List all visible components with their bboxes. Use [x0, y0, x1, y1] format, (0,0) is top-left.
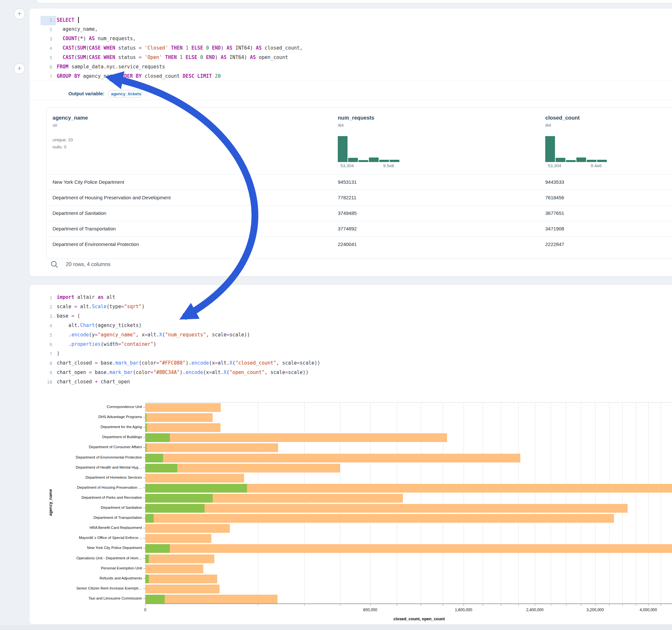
y-axis-tick [143, 558, 145, 559]
notebook-page: { "sql_cell": { "lines": [ {"n":"1","fol… [0, 0, 672, 630]
y-axis-category-label: New York City Police Department [29, 546, 142, 550]
column-header-num_requests[interactable]: num_requests [338, 115, 375, 121]
open-count-bar [145, 575, 149, 583]
x-axis-tick-label: 0 [144, 608, 146, 612]
gridline [535, 403, 535, 604]
gridline [421, 403, 421, 604]
y-axis-tick [143, 588, 145, 589]
sql-line-6[interactable]: 6FROM sample_data.nyc.service_requests [29, 63, 672, 72]
y-axis-tick [143, 599, 145, 599]
line-number: 3 [42, 36, 52, 42]
output-variable-pill[interactable]: agency_tickets [108, 90, 142, 98]
x-axis-tick [648, 604, 649, 606]
closed-count-bar [145, 474, 244, 483]
gridline [501, 403, 501, 604]
histogram-bar [359, 160, 368, 162]
gridline [566, 403, 566, 604]
fold-chevron-icon[interactable]: ⌄ [53, 19, 55, 22]
gridline [304, 403, 305, 604]
column-header-closed_count[interactable]: closed_count [545, 115, 580, 121]
y-axis-category-label: Department of Sanitation [29, 506, 142, 509]
x-axis-tick [535, 604, 535, 606]
add-block-button-2[interactable]: + [14, 63, 25, 74]
table-cell: 9453131 [338, 179, 357, 185]
gridline [551, 403, 551, 604]
table-cell: 2240041 [338, 241, 357, 247]
open-count-bar [145, 555, 149, 563]
sql-code-editor[interactable]: 1⌄SELECT 2 agency_name,3 COUNT(*) AS num… [29, 16, 672, 82]
gridline [595, 403, 596, 604]
sql-cell: 1⌄SELECT 2 agency_name,3 COUNT(*) AS num… [29, 8, 672, 276]
sql-line-3[interactable]: 3 COUNT(*) AS num_requests, [29, 35, 672, 44]
gridline [622, 403, 623, 604]
x-axis-tick [518, 604, 519, 606]
x-axis-tick [551, 604, 551, 606]
output-variable-row: Output variable: agency_tickets [68, 88, 142, 99]
x-axis-tick-label: 800,000 [363, 608, 377, 612]
code-text: CAST(SUM(CASE WHEN status = 'Closed' THE… [57, 45, 303, 51]
y-axis-tick [143, 437, 145, 437]
sql-line-5[interactable]: 5 CAST(SUM(CASE WHEN status = 'Open' THE… [29, 53, 672, 63]
y-axis-tick [143, 548, 145, 548]
y-axis-tick [143, 518, 145, 518]
y-axis-category-label: Department of Health and Mental Hyg… [29, 465, 142, 469]
histogram-min-label: 53,304 [340, 163, 354, 168]
y-axis-tick [143, 498, 145, 498]
x-axis-tick [636, 604, 636, 606]
y-axis-category-label: DHS Advantage Programs [29, 415, 142, 419]
open-count-bar [145, 494, 213, 503]
dataframe-preview: agency_namestrunique: 20nulls: 0num_requ… [46, 107, 672, 259]
open-count-bar [145, 595, 165, 603]
y-axis-category-label: HRA Benefit Card Replacement [29, 526, 142, 530]
open-count-bar [145, 413, 146, 422]
table-cell: 3471908 [545, 226, 564, 232]
y-axis-tick [143, 488, 145, 488]
search-icon[interactable] [50, 260, 59, 269]
column-type: str [52, 123, 57, 128]
divider [29, 99, 672, 100]
x-axis-tick [622, 604, 623, 606]
closed-count-bar [145, 575, 217, 583]
sql-line-2[interactable]: 2 agency_name, [29, 25, 672, 35]
closed-count-bar [145, 595, 278, 603]
gridline [370, 403, 370, 604]
x-axis-tick [304, 604, 305, 606]
x-axis-tick [397, 604, 397, 606]
gridline [609, 403, 609, 604]
y-axis-category-label: Refunds and Adjustments [29, 576, 142, 580]
column-histogram [545, 136, 607, 162]
closed-count-bar [145, 555, 214, 563]
table-row[interactable]: Department of Transportation377489234719… [47, 221, 672, 237]
table-cell: 3749485 [338, 210, 357, 216]
add-block-button[interactable]: + [14, 8, 25, 20]
code-text: COUNT(*) AS num_requests, [57, 35, 136, 42]
y-axis-tick [143, 417, 145, 417]
table-row[interactable]: Department of Environmental Protection22… [47, 237, 672, 252]
altair-chart: Correspondence UnitDHS Advantage Program… [29, 285, 672, 624]
table-row[interactable]: Department of Housing Preservation and D… [47, 190, 672, 206]
closed-count-bar [145, 423, 220, 432]
closed-count-bar [145, 514, 614, 523]
column-header-agency_name[interactable]: agency_name [52, 115, 88, 121]
histogram-bar [576, 158, 586, 162]
table-cell: 7618456 [545, 195, 564, 200]
open-count-bar [145, 443, 146, 452]
closed-count-bar [145, 534, 211, 543]
gridline [443, 403, 443, 604]
table-cell: Department of Housing Preservation and D… [52, 195, 170, 200]
table-row[interactable]: New York City Police Department945313194… [47, 174, 672, 190]
sql-line-4[interactable]: 4 CAST(SUM(CASE WHEN status = 'Closed' T… [29, 44, 672, 53]
y-axis-category-label: Operations Unit - Department of Hom… [29, 556, 142, 560]
sql-line-1[interactable]: 1⌄SELECT [29, 16, 672, 25]
x-axis-tick [463, 604, 464, 606]
line-number: 7 [42, 74, 52, 79]
table-cell: 7782211 [338, 195, 356, 200]
histogram-bar [556, 158, 565, 162]
y-axis-tick [143, 468, 145, 468]
table-footer: 20 rows, 4 columns [50, 259, 111, 270]
x-axis-tick [566, 604, 566, 606]
closed-count-bar [145, 454, 520, 462]
line-number: 6 [42, 65, 52, 70]
table-row[interactable]: Department of Sanitation37494853677651 [47, 205, 672, 221]
table-cell: 9443533 [545, 179, 564, 185]
